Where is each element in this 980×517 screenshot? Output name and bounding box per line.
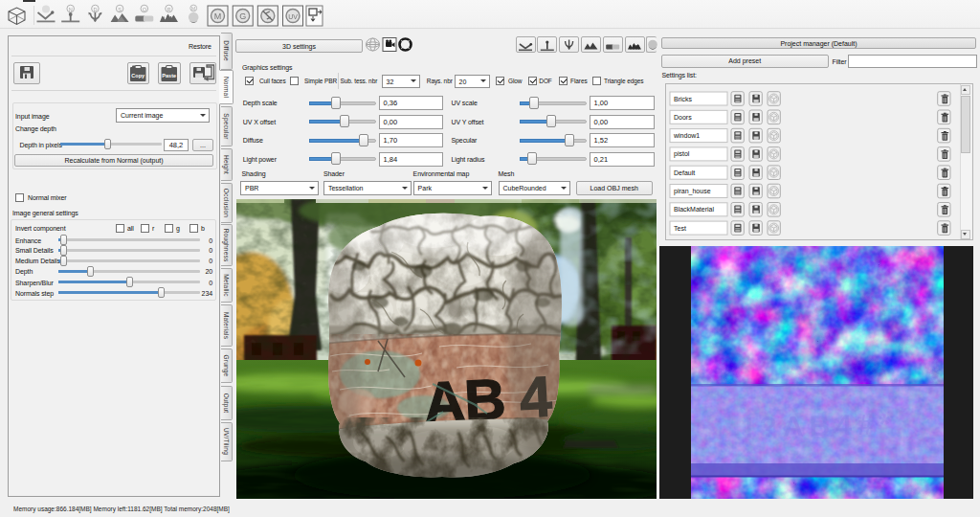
svg-text:pistol: pistol [674, 150, 690, 158]
svg-text:Paste: Paste [162, 73, 176, 79]
svg-text:Copy: Copy [131, 73, 145, 79]
svg-text:UV: UV [288, 13, 298, 20]
svg-text:Test: Test [674, 225, 686, 232]
svg-text:Bricks: Bricks [674, 96, 693, 102]
svg-text:!?AB4#*: !?AB4#* [744, 408, 897, 443]
svg-text:G: G [239, 11, 246, 21]
svg-text:Default: Default [674, 169, 695, 176]
svg-text:piran_house: piran_house [674, 188, 711, 195]
svg-text:Doors: Doors [674, 114, 692, 121]
svg-text:window1: window1 [673, 132, 700, 139]
svg-text:BlackMaterial: BlackMaterial [674, 206, 714, 213]
